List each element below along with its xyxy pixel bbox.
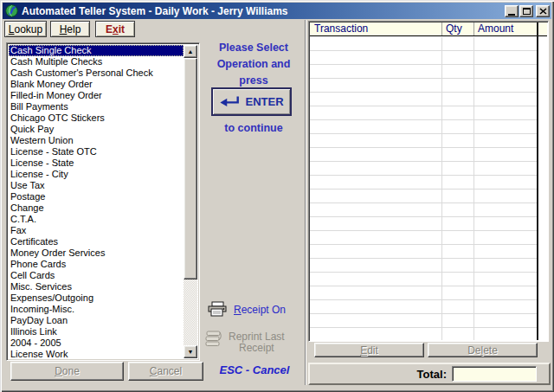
- grid-line-vertical: [473, 37, 474, 340]
- list-item[interactable]: Use Tax: [9, 180, 184, 191]
- app-window: Automated Teller System - Daily Work - J…: [0, 0, 554, 392]
- list-item[interactable]: Cash Multiple Checks: [9, 56, 184, 67]
- prompt-line-2: Operation and: [201, 58, 306, 70]
- reprint-line-1: Reprint Last: [229, 331, 285, 343]
- column-header-transaction: Transaction: [314, 22, 368, 36]
- list-item[interactable]: Chicago OTC Stickers: [9, 112, 184, 124]
- list-item[interactable]: Filled-in Money Order: [9, 90, 184, 101]
- esc-cancel-text: ESC - Cancel: [201, 363, 308, 376]
- total-label: Total:: [396, 368, 447, 381]
- list-item[interactable]: Cell Cards: [9, 270, 184, 281]
- list-item[interactable]: License Work: [9, 349, 184, 358]
- list-item[interactable]: Change: [9, 202, 184, 214]
- grid-edge-line: [537, 22, 538, 340]
- table-row[interactable]: [310, 190, 537, 203]
- edit-button[interactable]: Edit: [314, 343, 424, 357]
- list-item[interactable]: License - State OTC: [9, 146, 184, 157]
- enter-button-label: ENTER: [245, 95, 283, 108]
- total-input[interactable]: [452, 366, 537, 382]
- list-item[interactable]: Quick Pay: [9, 124, 184, 135]
- enter-button[interactable]: ENTER: [211, 87, 292, 116]
- table-header: Transaction Qty Amount: [310, 22, 547, 36]
- table-row[interactable]: [310, 300, 537, 314]
- table-row[interactable]: [310, 93, 537, 106]
- help-button[interactable]: Help: [50, 21, 90, 37]
- table-row[interactable]: [310, 176, 537, 190]
- delete-button[interactable]: Delete: [428, 343, 538, 357]
- close-button[interactable]: [536, 5, 550, 17]
- table-row[interactable]: [310, 328, 537, 340]
- titlebar: Automated Teller System - Daily Work - J…: [3, 3, 551, 19]
- list-item[interactable]: License - City: [9, 169, 184, 180]
- exit-button[interactable]: Exit: [95, 21, 135, 37]
- table-row[interactable]: [310, 259, 537, 273]
- scrollbar-track[interactable]: ▲ ▼: [184, 45, 197, 358]
- table-row[interactable]: [310, 203, 537, 217]
- reprint-last-receipt-label: Reprint Last Receipt: [229, 331, 285, 354]
- list-item[interactable]: Illinois Link: [9, 326, 184, 337]
- table-row[interactable]: [310, 273, 537, 286]
- table-row[interactable]: [310, 245, 537, 259]
- lookup-button[interactable]: Lookup: [4, 21, 47, 37]
- column-header-qty: Qty: [446, 22, 462, 36]
- continue-text: to continue: [201, 122, 306, 134]
- table-row[interactable]: [310, 217, 537, 231]
- table-row[interactable]: [310, 51, 537, 65]
- grid-line-vertical: [441, 37, 442, 340]
- table-row[interactable]: [310, 120, 537, 134]
- table-row[interactable]: [310, 37, 537, 51]
- operations-listbox[interactable]: Cash Single CheckCash Multiple ChecksCas…: [6, 42, 200, 361]
- list-item[interactable]: Cash Single Check: [9, 45, 184, 56]
- prompt-line-1: Please Select: [201, 42, 306, 54]
- table-row[interactable]: [310, 106, 537, 120]
- scroll-down-icon: ▼: [188, 349, 194, 355]
- operations-list: Cash Single CheckCash Multiple ChecksCas…: [9, 45, 184, 358]
- minimize-icon: [508, 9, 515, 16]
- maximize-button[interactable]: [519, 5, 533, 17]
- scroll-down-button[interactable]: ▼: [184, 345, 197, 358]
- return-arrow-icon: [219, 95, 240, 108]
- list-item[interactable]: Blank Money Order: [9, 79, 184, 90]
- table-row[interactable]: [310, 148, 537, 162]
- list-item[interactable]: Bill Payments: [9, 101, 184, 112]
- reprint-last-receipt-button[interactable]: Reprint Last Receipt: [204, 330, 285, 354]
- list-item[interactable]: Money Order Services: [9, 247, 184, 259]
- window-title: Automated Teller System - Daily Work - J…: [22, 5, 288, 17]
- list-item[interactable]: Cash Customer's Personal Check: [9, 67, 184, 79]
- scrollbar-thumb[interactable]: [184, 58, 197, 280]
- cancel-button[interactable]: Cancel: [128, 362, 203, 381]
- scroll-up-icon: ▲: [188, 48, 194, 55]
- list-item[interactable]: Western Union: [9, 135, 184, 146]
- table-row[interactable]: [310, 314, 537, 328]
- table-row[interactable]: [310, 65, 537, 79]
- receipt-stack-icon: [204, 330, 223, 349]
- transaction-table[interactable]: Transaction Qty Amount: [308, 21, 549, 342]
- list-item[interactable]: License - State: [9, 157, 184, 169]
- list-item[interactable]: Phone Cards: [9, 259, 184, 270]
- list-item[interactable]: Fax: [9, 225, 184, 236]
- app-icon: [5, 4, 18, 17]
- receipt-on-button[interactable]: Receipt On: [207, 301, 286, 318]
- table-row[interactable]: [310, 286, 537, 300]
- list-item[interactable]: Misc. Services: [9, 281, 184, 292]
- table-row[interactable]: [310, 162, 537, 176]
- table-row[interactable]: [310, 134, 537, 148]
- table-row[interactable]: [310, 231, 537, 245]
- done-button[interactable]: Done: [10, 362, 124, 381]
- close-icon: [539, 8, 547, 15]
- list-item[interactable]: Expenses/Outgoing: [9, 292, 184, 304]
- list-item[interactable]: Postage: [9, 191, 184, 202]
- column-separator: [441, 22, 442, 35]
- minimize-button[interactable]: [505, 5, 519, 17]
- prompt-line-3: press: [201, 74, 306, 87]
- list-item[interactable]: Incoming-Misc.: [9, 304, 184, 315]
- list-item[interactable]: C.T.A.: [9, 214, 184, 225]
- reprint-line-2: Receipt: [239, 342, 274, 354]
- list-item[interactable]: PayDay Loan: [9, 315, 184, 326]
- list-item[interactable]: Certificates: [9, 236, 184, 247]
- list-item[interactable]: 2004 - 2005: [9, 337, 184, 349]
- total-panel: Total:: [308, 363, 551, 385]
- scroll-up-button[interactable]: ▲: [184, 45, 197, 58]
- printer-icon: [207, 301, 228, 318]
- table-row[interactable]: [310, 79, 537, 93]
